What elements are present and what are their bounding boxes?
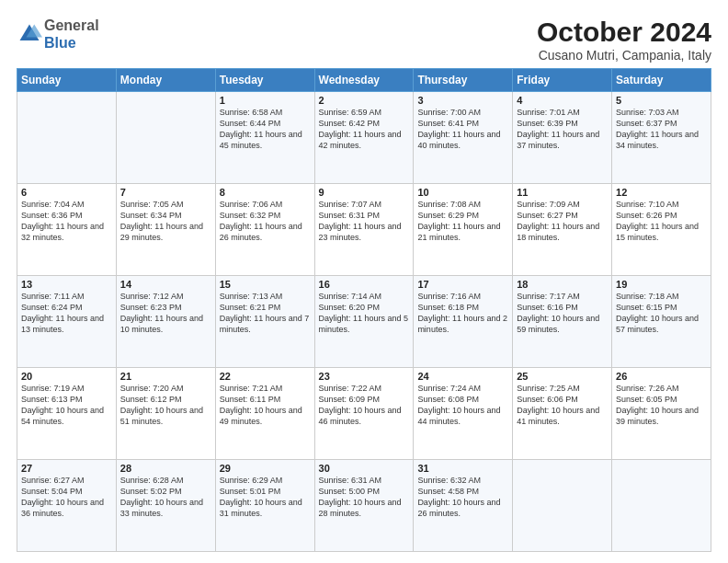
calendar-cell: 21Sunrise: 7:20 AM Sunset: 6:12 PM Dayli… — [116, 368, 215, 460]
day-info: Sunrise: 6:31 AM Sunset: 5:00 PM Dayligh… — [319, 475, 410, 520]
page: General Blue October 2024 Cusano Mutri, … — [0, 0, 728, 563]
logo-general: General — [44, 17, 99, 33]
day-info: Sunrise: 7:01 AM Sunset: 6:39 PM Dayligh… — [517, 107, 608, 152]
day-number: 6 — [21, 187, 112, 198]
calendar-cell: 27Sunrise: 6:27 AM Sunset: 5:04 PM Dayli… — [17, 460, 117, 552]
day-number: 3 — [417, 95, 508, 106]
calendar-cell: 7Sunrise: 7:05 AM Sunset: 6:34 PM Daylig… — [116, 184, 215, 276]
day-info: Sunrise: 7:05 AM Sunset: 6:34 PM Dayligh… — [120, 199, 211, 244]
day-number: 20 — [21, 371, 112, 382]
day-number: 21 — [120, 371, 211, 382]
calendar-table: SundayMondayTuesdayWednesdayThursdayFrid… — [17, 68, 711, 552]
day-info: Sunrise: 7:10 AM Sunset: 6:26 PM Dayligh… — [616, 199, 707, 244]
day-info: Sunrise: 7:12 AM Sunset: 6:23 PM Dayligh… — [120, 291, 211, 336]
day-info: Sunrise: 6:28 AM Sunset: 5:02 PM Dayligh… — [120, 475, 211, 520]
calendar-header-wednesday: Wednesday — [314, 69, 414, 92]
day-number: 11 — [517, 187, 608, 198]
day-number: 7 — [120, 187, 211, 198]
logo-text: General Blue — [44, 17, 99, 52]
day-info: Sunrise: 6:32 AM Sunset: 4:58 PM Dayligh… — [417, 475, 508, 520]
day-number: 17 — [417, 279, 508, 290]
day-info: Sunrise: 7:16 AM Sunset: 6:18 PM Dayligh… — [417, 291, 508, 336]
calendar-cell: 22Sunrise: 7:21 AM Sunset: 6:11 PM Dayli… — [215, 368, 314, 460]
day-number: 19 — [616, 279, 707, 290]
day-info: Sunrise: 7:20 AM Sunset: 6:12 PM Dayligh… — [120, 383, 211, 428]
calendar-cell: 18Sunrise: 7:17 AM Sunset: 6:16 PM Dayli… — [513, 276, 612, 368]
calendar-cell: 20Sunrise: 7:19 AM Sunset: 6:13 PM Dayli… — [17, 368, 117, 460]
day-info: Sunrise: 7:22 AM Sunset: 6:09 PM Dayligh… — [319, 383, 410, 428]
calendar-cell — [116, 92, 215, 184]
day-number: 25 — [517, 371, 608, 382]
calendar-cell: 6Sunrise: 7:04 AM Sunset: 6:36 PM Daylig… — [17, 184, 117, 276]
calendar-cell: 15Sunrise: 7:13 AM Sunset: 6:21 PM Dayli… — [215, 276, 314, 368]
calendar-cell: 17Sunrise: 7:16 AM Sunset: 6:18 PM Dayli… — [414, 276, 513, 368]
day-info: Sunrise: 7:19 AM Sunset: 6:13 PM Dayligh… — [21, 383, 112, 428]
logo-blue: Blue — [44, 35, 76, 51]
calendar-header-tuesday: Tuesday — [215, 69, 314, 92]
calendar-cell: 3Sunrise: 7:00 AM Sunset: 6:41 PM Daylig… — [414, 92, 513, 184]
calendar-cell: 24Sunrise: 7:24 AM Sunset: 6:08 PM Dayli… — [414, 368, 513, 460]
calendar-cell: 8Sunrise: 7:06 AM Sunset: 6:32 PM Daylig… — [215, 184, 314, 276]
calendar-header-friday: Friday — [513, 69, 612, 92]
calendar-cell: 13Sunrise: 7:11 AM Sunset: 6:24 PM Dayli… — [17, 276, 117, 368]
day-number: 14 — [120, 279, 211, 290]
calendar-cell: 14Sunrise: 7:12 AM Sunset: 6:23 PM Dayli… — [116, 276, 215, 368]
page-title: October 2024 — [537, 17, 711, 48]
day-number: 2 — [319, 95, 410, 106]
page-subtitle: Cusano Mutri, Campania, Italy — [537, 48, 711, 63]
calendar-header-row: SundayMondayTuesdayWednesdayThursdayFrid… — [17, 69, 711, 92]
calendar-header-thursday: Thursday — [414, 69, 513, 92]
calendar-cell: 9Sunrise: 7:07 AM Sunset: 6:31 PM Daylig… — [314, 184, 414, 276]
calendar-cell: 28Sunrise: 6:28 AM Sunset: 5:02 PM Dayli… — [116, 460, 215, 552]
calendar-cell — [17, 92, 117, 184]
day-number: 23 — [319, 371, 410, 382]
day-number: 26 — [616, 371, 707, 382]
day-number: 12 — [616, 187, 707, 198]
day-info: Sunrise: 7:09 AM Sunset: 6:27 PM Dayligh… — [517, 199, 608, 244]
day-number: 10 — [417, 187, 508, 198]
calendar-week-2: 6Sunrise: 7:04 AM Sunset: 6:36 PM Daylig… — [17, 184, 711, 276]
calendar-week-3: 13Sunrise: 7:11 AM Sunset: 6:24 PM Dayli… — [17, 276, 711, 368]
day-number: 13 — [21, 279, 112, 290]
calendar-week-4: 20Sunrise: 7:19 AM Sunset: 6:13 PM Dayli… — [17, 368, 711, 460]
day-number: 8 — [220, 187, 311, 198]
calendar-cell: 16Sunrise: 7:14 AM Sunset: 6:20 PM Dayli… — [314, 276, 414, 368]
day-info: Sunrise: 7:13 AM Sunset: 6:21 PM Dayligh… — [220, 291, 311, 336]
day-info: Sunrise: 7:04 AM Sunset: 6:36 PM Dayligh… — [21, 199, 112, 244]
calendar-cell: 19Sunrise: 7:18 AM Sunset: 6:15 PM Dayli… — [612, 276, 711, 368]
calendar-week-5: 27Sunrise: 6:27 AM Sunset: 5:04 PM Dayli… — [17, 460, 711, 552]
calendar-cell: 26Sunrise: 7:26 AM Sunset: 6:05 PM Dayli… — [612, 368, 711, 460]
day-number: 30 — [319, 463, 410, 474]
calendar-cell: 31Sunrise: 6:32 AM Sunset: 4:58 PM Dayli… — [414, 460, 513, 552]
day-number: 5 — [616, 95, 707, 106]
calendar-cell: 11Sunrise: 7:09 AM Sunset: 6:27 PM Dayli… — [513, 184, 612, 276]
calendar-cell: 25Sunrise: 7:25 AM Sunset: 6:06 PM Dayli… — [513, 368, 612, 460]
calendar-cell: 1Sunrise: 6:58 AM Sunset: 6:44 PM Daylig… — [215, 92, 314, 184]
calendar-cell: 30Sunrise: 6:31 AM Sunset: 5:00 PM Dayli… — [314, 460, 414, 552]
day-number: 15 — [220, 279, 311, 290]
calendar-cell — [612, 460, 711, 552]
day-info: Sunrise: 7:14 AM Sunset: 6:20 PM Dayligh… — [319, 291, 410, 336]
day-info: Sunrise: 7:07 AM Sunset: 6:31 PM Dayligh… — [319, 199, 410, 244]
day-info: Sunrise: 7:26 AM Sunset: 6:05 PM Dayligh… — [616, 383, 707, 428]
day-info: Sunrise: 7:25 AM Sunset: 6:06 PM Dayligh… — [517, 383, 608, 428]
day-info: Sunrise: 7:03 AM Sunset: 6:37 PM Dayligh… — [616, 107, 707, 152]
calendar-header-saturday: Saturday — [612, 69, 711, 92]
day-info: Sunrise: 7:06 AM Sunset: 6:32 PM Dayligh… — [220, 199, 311, 244]
day-info: Sunrise: 7:18 AM Sunset: 6:15 PM Dayligh… — [616, 291, 707, 336]
day-info: Sunrise: 7:11 AM Sunset: 6:24 PM Dayligh… — [21, 291, 112, 336]
header: General Blue October 2024 Cusano Mutri, … — [17, 17, 711, 63]
calendar-cell: 10Sunrise: 7:08 AM Sunset: 6:29 PM Dayli… — [414, 184, 513, 276]
day-number: 31 — [417, 463, 508, 474]
day-number: 27 — [21, 463, 112, 474]
logo: General Blue — [17, 17, 99, 52]
calendar-cell: 23Sunrise: 7:22 AM Sunset: 6:09 PM Dayli… — [314, 368, 414, 460]
day-info: Sunrise: 7:00 AM Sunset: 6:41 PM Dayligh… — [417, 107, 508, 152]
day-info: Sunrise: 7:17 AM Sunset: 6:16 PM Dayligh… — [517, 291, 608, 336]
day-number: 22 — [220, 371, 311, 382]
day-number: 16 — [319, 279, 410, 290]
day-info: Sunrise: 6:27 AM Sunset: 5:04 PM Dayligh… — [21, 475, 112, 520]
day-info: Sunrise: 7:24 AM Sunset: 6:08 PM Dayligh… — [417, 383, 508, 428]
calendar-cell: 4Sunrise: 7:01 AM Sunset: 6:39 PM Daylig… — [513, 92, 612, 184]
calendar-cell: 12Sunrise: 7:10 AM Sunset: 6:26 PM Dayli… — [612, 184, 711, 276]
